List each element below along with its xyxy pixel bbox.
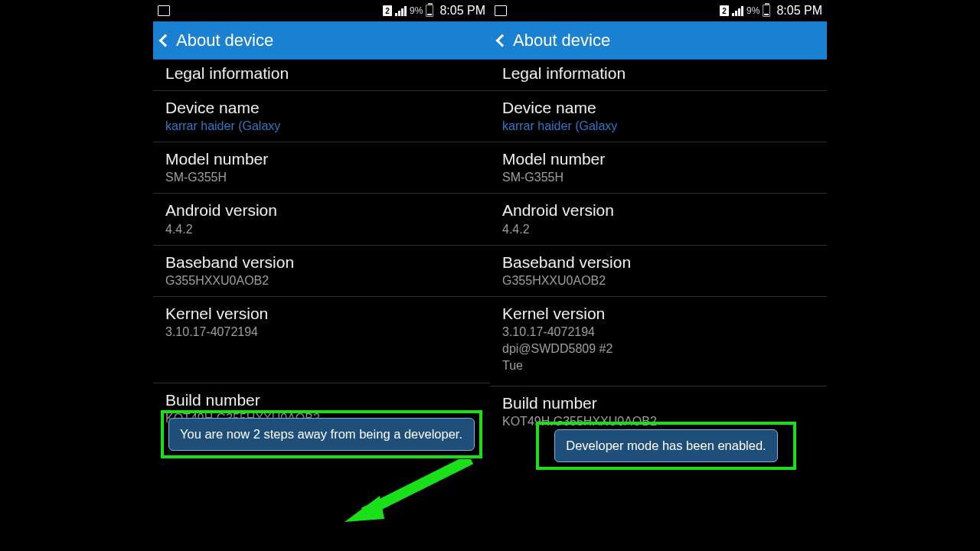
- back-icon[interactable]: [159, 34, 172, 47]
- row-baseband-version[interactable]: Baseband version G355HXXU0AOB2: [153, 246, 490, 297]
- row-subtitle: 3.10.17-4072194: [165, 324, 478, 340]
- row-legal-information[interactable]: Legal information: [490, 60, 827, 91]
- row-title: Legal information: [502, 64, 815, 83]
- row-subtitle: SM-G355H: [165, 170, 478, 185]
- toast-message: Developer mode has been enabled.: [554, 429, 777, 462]
- arrow-annotation: [345, 459, 475, 528]
- back-icon[interactable]: [496, 34, 509, 47]
- clock: 8:05 PM: [439, 4, 485, 18]
- row-device-name[interactable]: Device name karrar haider (Galaxy: [490, 91, 827, 142]
- signal-icon: [732, 5, 743, 16]
- header-bar[interactable]: About device: [153, 21, 490, 60]
- settings-list[interactable]: Legal information Device name karrar hai…: [153, 60, 490, 434]
- battery-percent: 9%: [746, 5, 760, 16]
- row-subtitle: G355HXXU0AOB2: [165, 273, 478, 289]
- picture-icon: [495, 5, 507, 16]
- row-kernel-version[interactable]: Kernel version 3.10.17-4072194: [153, 297, 490, 383]
- row-kernel-version[interactable]: Kernel version 3.10.17-4072194 dpi@SWDD5…: [490, 297, 827, 386]
- sim-indicator: 2: [720, 5, 729, 16]
- picture-icon: [158, 5, 170, 16]
- toast-highlight: Developer mode has been enabled.: [536, 422, 796, 470]
- row-title: Build number: [165, 391, 478, 409]
- header-bar[interactable]: About device: [490, 21, 827, 60]
- battery-percent: 9%: [410, 5, 423, 16]
- row-subtitle-line2: dpi@SWDD5809 #2: [502, 341, 815, 357]
- row-subtitle: 4.4.2: [502, 222, 815, 237]
- row-title: Device name: [165, 99, 478, 117]
- toast-message: You are now 2 steps away from being a de…: [168, 418, 475, 451]
- toast-highlight: You are now 2 steps away from being a de…: [161, 410, 482, 458]
- row-title: Kernel version: [165, 305, 478, 323]
- clock: 8:05 PM: [776, 4, 822, 18]
- status-bar: 2 9% 8:05 PM: [153, 0, 490, 21]
- row-subtitle: 3.10.17-4072194: [502, 324, 815, 340]
- header-title: About device: [176, 31, 273, 51]
- row-title: Model number: [165, 150, 478, 168]
- battery-icon: [763, 5, 770, 17]
- row-model-number[interactable]: Model number SM-G355H: [153, 142, 490, 194]
- svg-marker-0: [345, 496, 384, 522]
- row-subtitle-line3: Tue: [502, 358, 815, 373]
- row-title: Baseband version: [165, 253, 478, 272]
- sim-indicator: 2: [383, 5, 392, 16]
- row-android-version[interactable]: Android version 4.4.2: [490, 194, 827, 245]
- row-model-number[interactable]: Model number SM-G355H: [490, 142, 827, 194]
- stage: 2 9% 8:05 PM About device Legal informat…: [0, 0, 980, 551]
- phone-right: 2 9% 8:05 PM About device Legal informat…: [490, 0, 827, 551]
- row-title: Android version: [502, 201, 815, 220]
- signal-icon: [395, 5, 407, 16]
- header-title: About device: [513, 31, 610, 51]
- row-baseband-version[interactable]: Baseband version G355HXXU0AOB2: [490, 246, 827, 297]
- row-subtitle: karrar haider (Galaxy: [165, 119, 478, 134]
- row-title: Model number: [502, 150, 815, 168]
- row-title: Baseband version: [502, 253, 815, 272]
- status-bar: 2 9% 8:05 PM: [490, 0, 827, 21]
- row-title: Legal information: [165, 64, 478, 83]
- row-title: Kernel version: [502, 305, 815, 323]
- row-android-version[interactable]: Android version 4.4.2: [153, 194, 490, 245]
- row-subtitle: SM-G355H: [502, 170, 815, 185]
- row-subtitle: G355HXXU0AOB2: [502, 273, 815, 289]
- row-legal-information[interactable]: Legal information: [153, 60, 490, 91]
- row-title: Android version: [165, 201, 478, 220]
- row-subtitle: 4.4.2: [165, 222, 478, 237]
- battery-icon: [426, 5, 433, 17]
- settings-list[interactable]: Legal information Device name karrar hai…: [490, 60, 827, 437]
- row-title: Build number: [502, 394, 815, 412]
- phone-left: 2 9% 8:05 PM About device Legal informat…: [153, 0, 490, 551]
- row-subtitle: karrar haider (Galaxy: [502, 119, 815, 134]
- row-device-name[interactable]: Device name karrar haider (Galaxy: [153, 91, 490, 142]
- row-title: Device name: [502, 99, 815, 117]
